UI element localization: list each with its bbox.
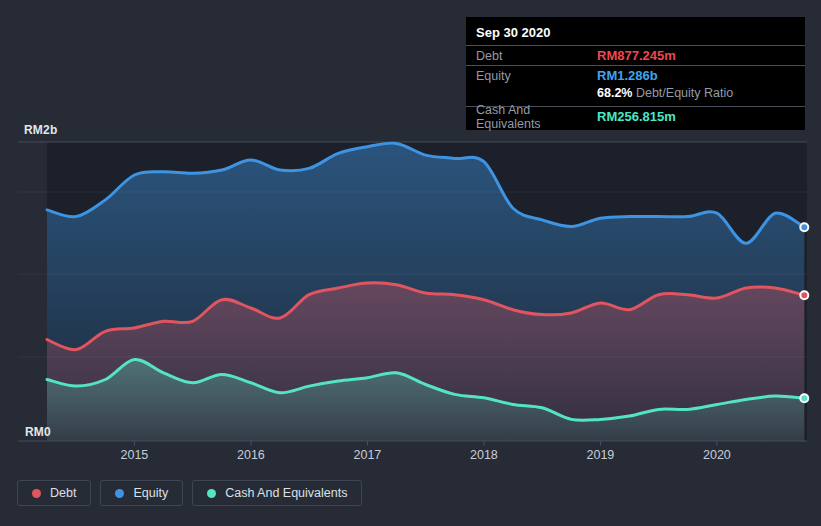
legend-item-equity-label: Equity bbox=[133, 486, 168, 500]
tooltip-equity-label: Equity bbox=[476, 69, 597, 83]
y-axis-label-top: RM2b bbox=[24, 123, 57, 137]
tooltip-debt-label: Debt bbox=[476, 49, 597, 63]
legend-item-cash-label: Cash And Equivalents bbox=[225, 486, 347, 500]
cash-and-equivalents-end-dot[interactable] bbox=[800, 394, 808, 402]
debt-dot-icon bbox=[32, 489, 41, 498]
tooltip-cash-row: Cash And Equivalents RM256.815m bbox=[466, 107, 805, 126]
tooltip-ratio-label: Debt/Equity Ratio bbox=[636, 86, 733, 100]
y-axis-label-bottom: RM0 bbox=[25, 425, 51, 439]
tooltip-debt-row: Debt RM877.245m bbox=[466, 46, 805, 66]
equity-end-dot[interactable] bbox=[800, 223, 808, 231]
legend-item-debt[interactable]: Debt bbox=[17, 480, 91, 506]
tooltip-ratio-value: 68.2% bbox=[597, 86, 632, 100]
x-tick-label: 2015 bbox=[120, 448, 148, 462]
equity-dot-icon bbox=[115, 489, 124, 498]
x-tick-label: 2019 bbox=[586, 448, 614, 462]
tooltip-cash-value: RM256.815m bbox=[597, 109, 676, 124]
tooltip-equity-row: Equity RM1.286b 68.2% Debt/Equity Ratio bbox=[466, 66, 805, 107]
tooltip-date: Sep 30 2020 bbox=[466, 21, 805, 46]
legend-item-cash[interactable]: Cash And Equivalents bbox=[192, 480, 362, 506]
debt-end-dot[interactable] bbox=[800, 291, 808, 299]
x-tick-label: 2017 bbox=[353, 448, 381, 462]
x-tick-label: 2016 bbox=[237, 448, 265, 462]
tooltip-debt-value: RM877.245m bbox=[597, 48, 676, 63]
chart-tooltip: Sep 30 2020 Debt RM877.245m Equity RM1.2… bbox=[466, 17, 805, 130]
x-tick-label: 2020 bbox=[703, 448, 731, 462]
chart-page: 201520162017201820192020 RM2b RM0 Sep 30… bbox=[0, 0, 821, 526]
tooltip-cash-label: Cash And Equivalents bbox=[476, 103, 597, 131]
legend: Debt Equity Cash And Equivalents bbox=[17, 480, 362, 506]
cash-dot-icon bbox=[207, 489, 216, 498]
legend-item-debt-label: Debt bbox=[50, 486, 76, 500]
tooltip-equity-value: RM1.286b bbox=[597, 68, 658, 83]
legend-item-equity[interactable]: Equity bbox=[100, 480, 183, 506]
x-tick-label: 2018 bbox=[470, 448, 498, 462]
